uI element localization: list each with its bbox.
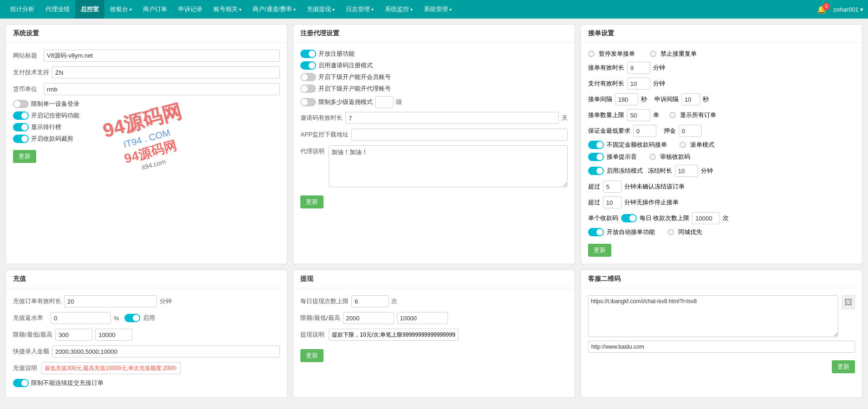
guarantee-input[interactable] [633, 125, 656, 137]
nav-monitoring[interactable]: 系统监控 ▾ [379, 0, 418, 19]
guarantee-label: 保证金最低要求 [588, 127, 630, 135]
same-city-label: 同城优先 [678, 228, 702, 236]
order-interval-input[interactable] [615, 93, 638, 105]
restrict-device-toggle[interactable] [13, 100, 29, 108]
rebate-level-input[interactable] [375, 96, 394, 108]
nav-dashboard[interactable]: 总控室 [75, 0, 104, 19]
review-code-radio[interactable] [649, 154, 656, 160]
pay-valid-unit: 分钟 [653, 79, 665, 88]
max-orders-label: 接单数量上限 [588, 111, 624, 119]
order-update-btn[interactable]: 更新 [588, 244, 611, 257]
currency-input[interactable] [44, 83, 280, 95]
leaderboard-toggle[interactable] [13, 123, 29, 131]
pay-support-input[interactable] [52, 66, 280, 78]
single-collect-toggle[interactable] [621, 214, 637, 222]
nav-merchant-orders[interactable]: 商户订单 [137, 0, 173, 19]
pause-order-label: 暂停发单接单 [599, 50, 635, 58]
system-arrow-icon: ▾ [449, 7, 452, 12]
nav-complaints[interactable]: 申诉记录 [173, 0, 208, 19]
withdraw-title: 提现 [293, 270, 574, 288]
bell-button[interactable]: 🔔 0 [817, 5, 826, 14]
daily-collect-input[interactable] [692, 212, 720, 224]
nav-logs[interactable]: 日志管理 ▾ [340, 0, 379, 19]
invite-valid-input[interactable] [345, 112, 558, 124]
freeze-toggle[interactable] [588, 167, 604, 175]
agent-desc-textarea[interactable]: 加油！加油！ [329, 145, 567, 187]
cashback-toggle[interactable] [124, 314, 140, 322]
forbid-repeat-radio[interactable] [650, 51, 656, 57]
agent-desc-label: 代理说明 [300, 145, 326, 156]
nav-system-mgmt[interactable]: 系统管理 ▾ [418, 0, 457, 19]
site-title-label: 网站标题 [13, 52, 41, 60]
freeze-duration-input[interactable] [675, 165, 698, 177]
open-register-label: 开放注册功能 [318, 50, 355, 58]
recharge-valid-unit: 分钟 [160, 297, 172, 305]
pause-order-radio[interactable] [588, 51, 595, 57]
deposit-input[interactable] [679, 125, 702, 137]
system-settings-card: 系统设置 94源码网 IT94 . COM 94源码网 it94.com 网站标… [6, 24, 287, 264]
pay-valid-input[interactable] [627, 78, 650, 90]
crop-qr-label: 开启收款码裁剪 [31, 135, 73, 143]
site-title-input[interactable] [44, 50, 280, 62]
qr-update-btn[interactable]: 更新 [832, 360, 855, 373]
invite-code-label: 启用邀请码注册模式 [318, 61, 373, 70]
nav-cashier[interactable]: 收银台 ▾ [104, 0, 137, 19]
no-fixed-toggle[interactable] [588, 141, 604, 149]
crop-qr-toggle[interactable] [13, 135, 29, 143]
open-register-toggle[interactable] [300, 50, 316, 58]
withdraw-card: 提现 每日提现次数上限 次 限额/最低/最高 提现说明 更新 [293, 270, 575, 398]
cashier-arrow-icon: ▾ [130, 7, 132, 12]
quick-amounts-input[interactable] [52, 345, 280, 357]
dispatch-mode-radio[interactable] [680, 142, 686, 148]
timeout-confirm-pre: 超过 [588, 182, 600, 191]
withdraw-desc-input[interactable] [329, 329, 459, 341]
sub-agent-toggle[interactable] [300, 84, 316, 93]
show-all-orders-radio[interactable] [669, 112, 676, 118]
recharge-valid-input[interactable] [64, 295, 157, 307]
nav-recharge-withdraw[interactable]: 充值提现 ▾ [301, 0, 340, 19]
agent-settings-card: 注册代理设置 开放注册功能 启用邀请码注册模式 开启下级开户能开会员账号 [293, 24, 575, 264]
restrict-recharge-toggle[interactable] [13, 379, 29, 387]
agent-update-btn[interactable]: 更新 [300, 195, 324, 208]
sys-update-btn[interactable]: 更新 [13, 150, 36, 163]
nav-stats[interactable]: 统计分析 [5, 0, 40, 19]
recharge-limit-min[interactable] [55, 329, 92, 341]
recharge-limit-max[interactable] [95, 329, 132, 341]
withdraw-amount-max[interactable] [397, 312, 448, 324]
auto-accept-toggle[interactable] [588, 228, 604, 236]
agent-settings-title: 注册代理设置 [293, 25, 574, 43]
invite-code-toggle[interactable] [300, 61, 316, 70]
order-valid-input[interactable] [627, 62, 650, 74]
qr-url-input[interactable] [588, 341, 855, 353]
daily-limit-input[interactable] [351, 295, 389, 307]
app-monitor-label: APP监控下载地址 [300, 130, 349, 139]
qr-text-input[interactable]: https://t.ibangkf.com/i/chat-lsv8.html?l… [588, 295, 838, 337]
nav-accounts[interactable]: 账号相关 ▾ [208, 0, 247, 19]
max-orders-input[interactable] [627, 109, 650, 121]
same-city-radio[interactable] [667, 229, 674, 235]
complaint-interval-input[interactable] [681, 93, 700, 105]
max-orders-unit: 单 [653, 111, 659, 119]
dispatch-mode-label: 派单模式 [690, 141, 714, 149]
withdraw-amount-min[interactable] [343, 312, 394, 324]
show-all-orders-label: 显示所有订单 [680, 111, 716, 119]
nav-agent-perf[interactable]: 代理业绩 [40, 0, 75, 19]
recharge-valid-label: 充值订单有效时长 [13, 297, 61, 305]
app-monitor-input[interactable] [351, 129, 567, 141]
recharge-desc-input[interactable] [41, 362, 181, 374]
timeout-confirm-input[interactable] [603, 181, 622, 193]
sys-settings-title: 系统设置 [6, 25, 287, 43]
nav-merchant-channel[interactable]: 商户/通道/费率 ▾ [247, 0, 301, 19]
timeout-stop-input[interactable] [603, 196, 622, 208]
withdraw-update-btn[interactable]: 更新 [300, 349, 324, 362]
cashback-input[interactable] [51, 312, 111, 324]
freeze-label: 启用冻结模式 [607, 167, 643, 175]
timeout-stop-pre: 超过 [588, 198, 600, 207]
accept-sound-toggle[interactable] [588, 153, 604, 161]
daily-limit-unit: 次 [391, 297, 397, 305]
daily-collect-label: 每日 收款次数上限 [640, 214, 690, 222]
user-menu[interactable]: zohar001 ▾ [833, 6, 863, 13]
rebate-level-toggle[interactable] [300, 98, 316, 106]
remember-pwd-toggle[interactable] [13, 111, 29, 120]
sub-member-toggle[interactable] [300, 73, 316, 81]
